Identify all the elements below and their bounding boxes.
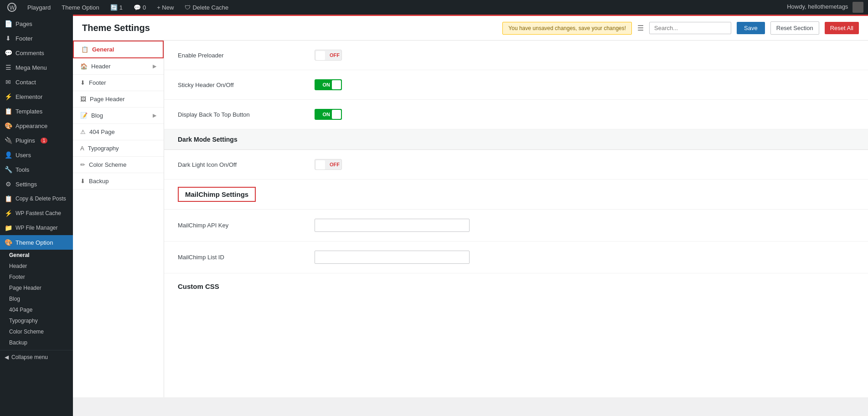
menu-item-templates[interactable]: 📋 Templates [0, 104, 73, 118]
collapse-menu[interactable]: ◀ Collapse menu [0, 350, 73, 364]
menu-item-wp-fastest[interactable]: ⚡ WP Fastest Cache [0, 206, 73, 221]
submenu-item-page-header[interactable]: Page Header [0, 282, 73, 293]
site-name[interactable]: Playgard [25, 0, 53, 15]
page-header-nav-icon: 🖼 [80, 96, 86, 103]
search-input[interactable] [649, 22, 731, 34]
footer-nav-icon: ⬇ [80, 79, 85, 86]
nav-item-header[interactable]: 🏠 Header ▶ [73, 58, 164, 75]
comments-count: 0 [143, 4, 146, 11]
submenu-item-blog[interactable]: Blog [0, 293, 73, 304]
menu-item-theme-option[interactable]: 🎨 Theme Option [0, 235, 73, 250]
menu-item-mega-menu[interactable]: ☰ Mega Menu [0, 60, 73, 75]
preloader-toggle[interactable]: OFF [315, 50, 342, 61]
menu-label-users: Users [16, 152, 31, 159]
submenu-item-color-scheme[interactable]: Color Scheme [0, 326, 73, 337]
submenu-item-header[interactable]: Header [0, 261, 73, 272]
dark-light-label: Dark Light Icon On/Off [178, 161, 315, 168]
contact-icon: ✉ [5, 78, 12, 86]
theme-option-menu[interactable]: Theme Option [59, 0, 102, 15]
sticky-header-toggle[interactable]: ON [315, 79, 342, 90]
setting-row-dark-light: Dark Light Icon On/Off OFF [164, 150, 868, 180]
back-to-top-label: Display Back To Top Button [178, 111, 315, 118]
typography-nav-icon: A [80, 145, 84, 152]
updates-count: 1 [119, 4, 123, 11]
reset-all-button[interactable]: Reset All [825, 22, 859, 34]
mailchimp-api-input[interactable] [315, 219, 470, 232]
general-nav-icon: 📋 [81, 46, 88, 53]
nav-item-color-scheme[interactable]: ✏ Color Scheme [73, 157, 164, 173]
settings-nav: 📋 General 🏠 Header ▶ ⬇ Footer [73, 41, 164, 397]
nav-label-general: General [92, 46, 114, 53]
back-to-top-knob [332, 110, 341, 119]
updates-icon: 🔄 [110, 4, 118, 11]
new-item[interactable]: + New [154, 0, 176, 15]
custom-css-header: Custom CSS [164, 273, 868, 294]
menu-label-appearance: Appearance [16, 123, 47, 129]
setting-row-mailchimp-api: MailChimp API Key [164, 210, 868, 241]
mailchimp-list-label: MailChimp List ID [178, 254, 315, 261]
404-nav-icon: ⚠ [80, 128, 86, 135]
menu-item-pages[interactable]: 📄 Pages [0, 16, 73, 31]
delete-cache-icon: 🛡 [185, 4, 191, 11]
color-scheme-nav-icon: ✏ [80, 161, 85, 168]
list-icon: ☰ [637, 24, 644, 32]
menu-item-tools[interactable]: 🔧 Tools [0, 162, 73, 177]
site-name-label: Playgard [27, 4, 51, 11]
menu-item-users[interactable]: 👤 Users [0, 148, 73, 162]
collapse-icon: ◀ [5, 354, 9, 360]
users-icon: 👤 [5, 151, 12, 159]
save-button[interactable]: Save [737, 22, 765, 34]
nav-item-page-header[interactable]: 🖼 Page Header [73, 91, 164, 108]
delete-cache-item[interactable]: 🛡 Delete Cache [182, 0, 231, 15]
nav-item-backup[interactable]: ⬇ Backup [73, 173, 164, 190]
nav-item-blog-left: 📝 Blog [80, 112, 103, 119]
menu-item-wp-file-manager[interactable]: 📁 WP File Manager [0, 221, 73, 235]
menu-item-settings[interactable]: ⚙ Settings [0, 177, 73, 191]
updates-item[interactable]: 🔄 1 [108, 0, 125, 15]
menu-item-copy-delete[interactable]: 📋 Copy & Delete Posts [0, 191, 73, 206]
dark-mode-section-header: Dark Mode Settings [164, 129, 868, 150]
nav-item-typography[interactable]: A Typography [73, 140, 164, 157]
blog-nav-icon: 📝 [80, 112, 88, 119]
submenu-item-footer[interactable]: Footer [0, 272, 73, 282]
mailchimp-list-input[interactable] [315, 251, 470, 264]
menu-label-comments: Comments [16, 50, 44, 56]
nav-item-blog[interactable]: 📝 Blog ▶ [73, 108, 164, 124]
menu-item-footer[interactable]: ⬇ Footer [0, 31, 73, 46]
nav-label-backup: Backup [89, 178, 108, 185]
dark-light-toggle[interactable]: OFF [315, 159, 342, 170]
submenu-item-typography[interactable]: Typography [0, 315, 73, 326]
menu-item-plugins[interactable]: 🔌 Plugins 1 [0, 133, 73, 148]
menu-item-appearance[interactable]: 🎨 Appearance [0, 118, 73, 133]
comments-icon: 💬 [134, 4, 141, 11]
collapse-label: Collapse menu [11, 354, 48, 360]
nav-label-typography: Typography [88, 145, 119, 152]
nav-item-header-left: 🏠 Header [80, 63, 111, 70]
submenu-item-404[interactable]: 404 Page [0, 304, 73, 315]
elementor-icon: ⚡ [5, 93, 12, 100]
nav-item-404[interactable]: ⚠ 404 Page [73, 124, 164, 140]
page-title: Theme Settings [82, 23, 497, 33]
menu-label-footer: Footer [16, 35, 33, 42]
nav-item-404-left: ⚠ 404 Page [80, 128, 115, 135]
comments-item[interactable]: 💬 0 [131, 0, 149, 15]
reset-section-button[interactable]: Reset Section [770, 21, 819, 35]
theme-option-icon: 🎨 [5, 239, 12, 246]
submenu-item-backup[interactable]: Backup [0, 337, 73, 348]
menu-label-mega-menu: Mega Menu [16, 64, 47, 71]
menu-item-contact[interactable]: ✉ Contact [0, 75, 73, 89]
menu-item-elementor[interactable]: ⚡ Elementor [0, 89, 73, 104]
nav-item-footer[interactable]: ⬇ Footer [73, 75, 164, 91]
nav-item-footer-left: ⬇ Footer [80, 79, 106, 86]
nav-item-general[interactable]: 📋 General [73, 41, 164, 58]
menu-label-pages: Pages [16, 21, 32, 27]
user-avatar [852, 2, 863, 13]
preloader-knob [316, 51, 325, 60]
back-to-top-toggle[interactable]: ON [315, 109, 342, 120]
admin-menu: 📄 Pages ⬇ Footer 💬 Comments ☰ Mega Menu … [0, 15, 73, 416]
wp-logo-item[interactable]: W [5, 0, 19, 15]
menu-item-comments[interactable]: 💬 Comments [0, 46, 73, 60]
dark-light-knob [316, 160, 325, 169]
nav-label-blog: Blog [91, 112, 103, 119]
submenu-item-general[interactable]: General [0, 250, 73, 261]
